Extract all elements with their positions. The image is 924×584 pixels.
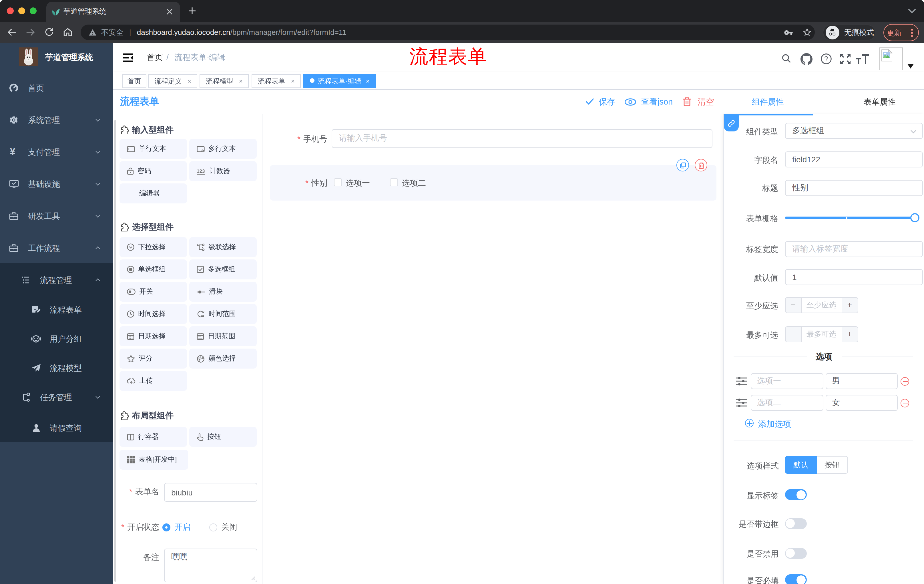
svg-text:123: 123 [196, 168, 205, 174]
svg-text:?: ? [825, 55, 828, 63]
